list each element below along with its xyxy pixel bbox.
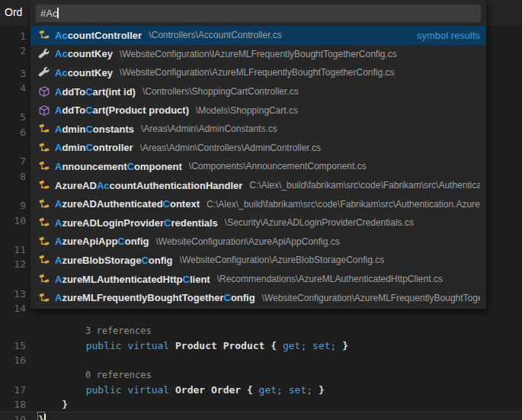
vscode-window: Ord 12345678910111213143 references15 pu… (0, 0, 522, 420)
symbol-result-row[interactable]: AddToCart(Product product)\Models\Shoppi… (30, 101, 486, 120)
symbol-search-input[interactable]: #Ac (36, 5, 481, 22)
class-icon (38, 254, 50, 266)
line-number: 18 (0, 397, 26, 412)
line-number: 14 (0, 301, 26, 316)
symbol-label: AzureMLAuthenticatedHttpClient (55, 274, 210, 285)
symbol-result-row[interactable]: AzureADLoginProviderCredentials\Security… (30, 213, 486, 232)
symbol-search-query: #Ac (40, 8, 57, 19)
symbol-path: \Models\ShoppingCart.cs (196, 105, 298, 116)
symbol-path: C:\Alex\_build\fabrikam\src\code\Fabrika… (249, 180, 480, 191)
line-number: 6 (0, 125, 26, 139)
symbol-path: \Areas\Admin\AdminConstants.cs (141, 123, 277, 134)
class-icon (38, 198, 50, 210)
editor-cursor (44, 414, 46, 420)
line-number: 2 (0, 43, 26, 58)
class-icon (38, 216, 50, 229)
line-number: 3 (0, 66, 26, 81)
symbol-result-row[interactable]: AzureApiAppConfig\WebsiteConfiguration\A… (30, 232, 486, 252)
symbol-result-row[interactable]: AzureBlobStorageConfig\WebsiteConfigurat… (30, 251, 486, 270)
symbol-path: \WebsiteConfiguration\IAzureMLFrequently… (120, 49, 397, 59)
method-icon (38, 104, 50, 117)
symbol-result-row[interactable]: AzureADAccountAuthenticationHandlerC:\Al… (30, 176, 486, 195)
codelens-line[interactable]: 0 references (0, 368, 522, 383)
symbol-path: \WebsiteConfiguration\AzureMLFrequentlyB… (120, 67, 395, 78)
codelens-references[interactable]: 3 references (85, 324, 152, 338)
symbol-result-row[interactable]: AnnouncementComponent\Components\Announc… (30, 157, 486, 176)
symbol-path: \Recommendations\AzureMLAuthenticatedHtt… (217, 274, 443, 284)
symbol-path: C:\Alex\_build\fabrikam\src\code\Fabrika… (207, 199, 480, 210)
symbol-path: \Components\AnnouncementComponent.cs (189, 161, 367, 172)
symbol-label: AdminConstants (55, 123, 134, 135)
code-line[interactable]: 18 } (0, 397, 522, 412)
class-icon (38, 160, 50, 172)
symbol-label: AddToCart(int id) (55, 86, 136, 98)
symbol-result-row[interactable]: AzureMLAuthenticatedHttpClient\Recommend… (30, 270, 486, 289)
code-line[interactable]: 19} (0, 412, 522, 420)
class-icon (38, 273, 50, 285)
line-number: 15 (0, 338, 26, 353)
line-number: 11 (0, 242, 26, 257)
symbol-path: \Controllers\AccountController.cs (149, 30, 282, 40)
symbol-label: AzureADLoginProviderCredentials (55, 217, 218, 229)
line-number: 10 (0, 213, 26, 228)
symbol-path: \WebsiteConfiguration\AzureBlobStorageCo… (180, 255, 385, 265)
symbol-label: AccountKey (55, 67, 113, 79)
class-icon (38, 123, 50, 135)
code-line[interactable]: 17 public virtual Order Order { get; set… (0, 383, 522, 397)
symbol-result-row[interactable]: AdminController\Areas\Admin\Controllers\… (30, 139, 486, 158)
code-line[interactable]: 15 public virtual Product Product { get;… (0, 338, 522, 353)
symbol-path: \Controllers\ShoppingCartController.cs (143, 86, 299, 97)
text-cursor (57, 8, 59, 18)
symbol-result-row[interactable]: AddToCart(int id)\Controllers\ShoppingCa… (30, 82, 486, 101)
code-text: public virtual Product Product { get; se… (38, 338, 348, 353)
class-icon (38, 142, 50, 154)
symbol-label: AdminController (55, 142, 133, 153)
line-number: 4 (0, 81, 26, 95)
code-text: } (38, 397, 68, 412)
symbol-result-row[interactable]: AccountController\Controllers\AccountCon… (30, 26, 486, 45)
symbol-result-row[interactable]: AzureMLFrequentlyBoughtTogetherConfig\We… (30, 288, 486, 307)
line-number: 16 (0, 353, 26, 367)
symbol-label: AccountKey (55, 48, 113, 59)
symbol-path: \Areas\Admin\Controllers\AdminController… (140, 143, 321, 153)
class-icon (38, 292, 50, 304)
line-number: 5 (0, 110, 26, 124)
line-number: 13 (0, 287, 26, 301)
class-icon (38, 179, 50, 191)
editor-spacer (0, 316, 522, 324)
symbol-results-badge: symbol results (409, 30, 480, 41)
editor-tab-label[interactable]: Ord (0, 0, 22, 18)
symbol-path: \WebsiteConfiguration\AzureApiAppConfig.… (156, 236, 340, 247)
quickpick-panel: #Ac AccountController\Controllers\Accoun… (30, 0, 486, 309)
codelens-line[interactable]: 3 references (0, 324, 522, 338)
code-line[interactable]: 16 (0, 353, 522, 367)
wrench-icon (38, 66, 50, 79)
symbol-results-list: AccountController\Controllers\AccountCon… (30, 26, 486, 307)
line-number: 9 (0, 198, 26, 213)
line-number: 12 (0, 257, 26, 271)
symbol-label: AzureADAccountAuthenticationHandler (55, 180, 242, 191)
class-icon (38, 29, 50, 41)
code-text: public virtual Order Order { get; set; } (38, 383, 325, 397)
symbol-label: AddToCart(Product product) (55, 104, 189, 116)
symbol-label: AnnouncementComponent (55, 161, 182, 172)
line-number: 19 (0, 412, 26, 420)
line-number: 17 (0, 383, 26, 397)
quickpick-input-wrap: #Ac (30, 0, 486, 26)
line-number: 7 (0, 154, 26, 168)
wrench-icon (38, 48, 50, 60)
class-icon (38, 236, 50, 248)
symbol-result-row[interactable]: AccountKey\WebsiteConfiguration\AzureMLF… (30, 63, 486, 82)
line-number: 8 (0, 169, 26, 184)
symbol-result-row[interactable]: AdminConstants\Areas\Admin\AdminConstant… (30, 120, 486, 139)
codelens-references[interactable]: 0 references (85, 368, 152, 383)
symbol-path: \WebsiteConfiguration\AzureMLFrequentlyB… (262, 293, 480, 303)
symbol-result-row[interactable]: AzureADAuthenticatedContextC:\Alex\_buil… (30, 194, 486, 213)
symbol-result-row[interactable]: AccountKey\WebsiteConfiguration\IAzureML… (30, 45, 486, 64)
line-number: 1 (0, 29, 26, 43)
symbol-path: \Security\AzureADLoginProviderCredential… (225, 217, 414, 228)
method-icon (38, 85, 50, 98)
symbol-label: AzureBlobStorageConfig (55, 255, 173, 266)
symbol-label: AzureADAuthenticatedContext (55, 198, 200, 210)
code-text: } (38, 412, 46, 420)
